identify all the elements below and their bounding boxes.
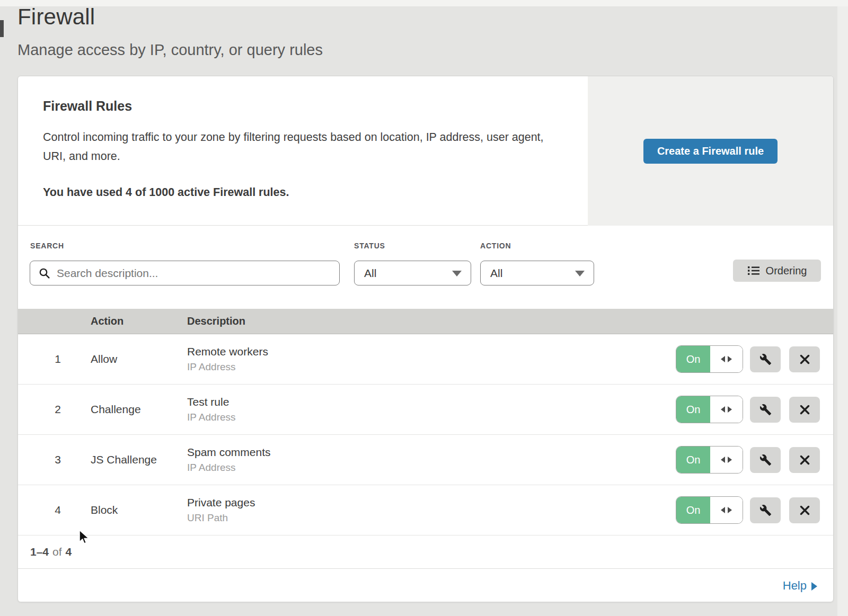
search-input[interactable] xyxy=(57,263,322,284)
rule-description: Test rule IP Address xyxy=(187,385,452,434)
triangle-left-icon xyxy=(721,507,725,513)
rule-priority: 4 xyxy=(47,485,68,535)
window-right-edge xyxy=(837,6,848,616)
rule-action: Challenge xyxy=(91,385,183,434)
delete-rule-button[interactable] xyxy=(789,497,820,523)
toggle-handle xyxy=(710,497,743,523)
table-row: 4 Block Private pages URI Path On xyxy=(18,485,833,535)
rule-enabled-toggle[interactable]: On xyxy=(676,396,743,423)
create-rule-panel: Create a Firewall rule xyxy=(588,76,833,226)
delete-rule-button[interactable] xyxy=(789,397,820,423)
rule-match-field: IP Address xyxy=(187,361,452,373)
delete-rule-button[interactable] xyxy=(789,447,820,473)
triangle-right-icon xyxy=(728,507,732,513)
window-left-edge xyxy=(0,20,4,37)
card-heading: Firewall Rules xyxy=(43,99,588,114)
triangle-left-icon xyxy=(721,356,725,362)
close-icon xyxy=(799,404,810,415)
rule-enabled-toggle[interactable]: On xyxy=(676,496,743,524)
rule-controls: On xyxy=(676,345,820,373)
page-subtitle: Manage access by IP, country, or query r… xyxy=(17,41,323,59)
rule-description: Private pages URI Path xyxy=(187,485,452,535)
action-label: ACTION xyxy=(480,242,511,250)
card-description: Control incoming traffic to your zone by… xyxy=(43,128,544,166)
triangle-right-icon xyxy=(728,406,732,413)
window-top-edge xyxy=(0,0,848,6)
toggle-handle xyxy=(710,346,743,372)
edit-rule-button[interactable] xyxy=(750,447,781,473)
rule-priority: 3 xyxy=(47,435,68,485)
pagination-of: of xyxy=(52,546,62,558)
search-input-wrapper xyxy=(30,261,340,285)
help-link-label: Help xyxy=(783,579,807,593)
column-header-action: Action xyxy=(91,309,123,334)
delete-rule-button[interactable] xyxy=(789,346,820,372)
wrench-icon xyxy=(759,504,772,516)
wrench-icon xyxy=(759,353,772,365)
help-row: Help xyxy=(18,569,833,603)
edit-rule-button[interactable] xyxy=(750,497,781,523)
close-icon xyxy=(799,354,810,365)
ordering-button[interactable]: Ordering xyxy=(733,260,821,282)
triangle-right-icon xyxy=(728,457,732,463)
search-icon xyxy=(39,267,50,279)
triangle-left-icon xyxy=(721,406,725,413)
pagination-status: 1–4 of 4 xyxy=(18,535,833,569)
page-title: Firewall xyxy=(17,4,95,30)
pagination-range: 1–4 xyxy=(30,546,49,558)
rule-description: Remote workers IP Address xyxy=(187,334,452,384)
rule-match-field: IP Address xyxy=(187,462,452,474)
table-header: Action Description xyxy=(18,309,833,334)
search-label: SEARCH xyxy=(30,242,64,250)
close-icon xyxy=(799,454,810,466)
table-row: 1 Allow Remote workers IP Address On xyxy=(18,334,833,385)
column-header-description: Description xyxy=(187,309,245,334)
ordering-button-label: Ordering xyxy=(766,265,807,277)
firewall-page: Firewall Manage access by IP, country, o… xyxy=(0,0,848,616)
ordered-list-icon xyxy=(747,265,760,276)
rule-description-title: Remote workers xyxy=(187,345,452,358)
triangle-left-icon xyxy=(721,457,725,463)
chevron-down-icon xyxy=(575,271,585,276)
arrow-right-icon xyxy=(811,582,817,591)
rule-enabled-toggle[interactable]: On xyxy=(676,345,743,373)
toggle-handle xyxy=(710,447,743,473)
rule-action: Block xyxy=(91,485,183,535)
filters-bar: SEARCH STATUS All ACTION All xyxy=(18,226,833,309)
help-link[interactable]: Help xyxy=(783,579,817,593)
table-row: 3 JS Challenge Spam comments IP Address … xyxy=(18,435,833,485)
action-select[interactable]: All xyxy=(480,261,594,285)
status-label: STATUS xyxy=(354,242,385,250)
rule-action: Allow xyxy=(91,334,183,384)
rules-usage-note: You have used 4 of 1000 active Firewall … xyxy=(43,186,588,199)
rule-description-title: Private pages xyxy=(187,496,452,509)
firewall-rules-card: Firewall Rules Control incoming traffic … xyxy=(17,76,834,602)
edit-rule-button[interactable] xyxy=(750,346,781,372)
close-icon xyxy=(799,505,810,516)
toggle-on-label: On xyxy=(676,346,710,372)
rule-controls: On xyxy=(676,446,820,474)
firewall-rules-summary-section: Firewall Rules Control incoming traffic … xyxy=(18,76,833,226)
wrench-icon xyxy=(759,404,772,416)
wrench-icon xyxy=(759,454,772,466)
rule-description-title: Spam comments xyxy=(187,446,452,459)
rule-action: JS Challenge xyxy=(91,435,183,485)
summary-text-block: Firewall Rules Control incoming traffic … xyxy=(18,76,588,225)
rule-match-field: URI Path xyxy=(187,512,452,524)
rule-match-field: IP Address xyxy=(187,412,452,423)
toggle-on-label: On xyxy=(676,396,710,423)
create-firewall-rule-button[interactable]: Create a Firewall rule xyxy=(643,139,778,164)
edit-rule-button[interactable] xyxy=(750,397,781,423)
table-row: 2 Challenge Test rule IP Address On xyxy=(18,385,833,435)
rule-controls: On xyxy=(676,396,820,423)
toggle-on-label: On xyxy=(676,447,710,473)
action-selected-value: All xyxy=(490,267,502,280)
pagination-total: 4 xyxy=(66,546,72,558)
rules-list: 1 Allow Remote workers IP Address On xyxy=(18,334,833,535)
status-select[interactable]: All xyxy=(354,261,471,285)
chevron-down-icon xyxy=(452,271,462,276)
triangle-right-icon xyxy=(728,356,732,362)
rule-priority: 2 xyxy=(47,385,68,434)
rule-enabled-toggle[interactable]: On xyxy=(676,446,743,474)
rule-controls: On xyxy=(676,496,820,524)
